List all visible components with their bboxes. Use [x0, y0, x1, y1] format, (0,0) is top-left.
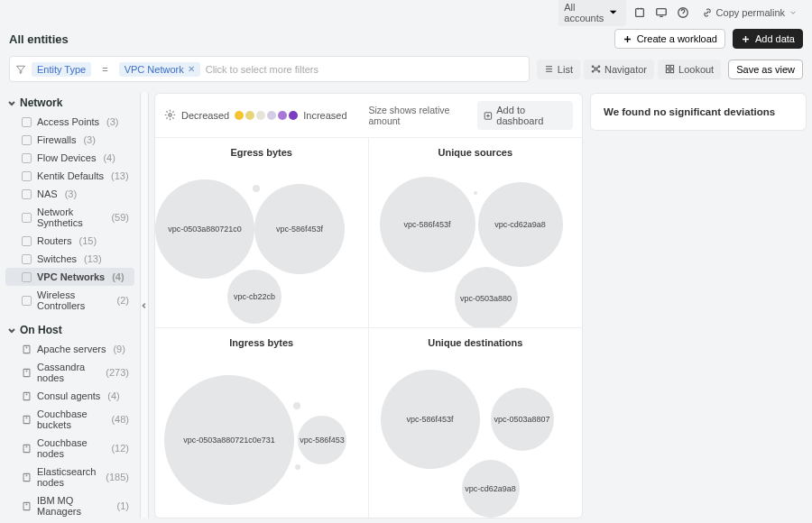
sidebar-item-firewalls[interactable]: Firewalls (3)	[5, 131, 134, 149]
checkbox-icon	[22, 171, 32, 181]
host-icon	[22, 444, 32, 454]
bubble[interactable]: vpc-0503a880	[455, 267, 518, 327]
sidebar-group-on-host[interactable]: On Host	[5, 320, 134, 340]
sidebar-collapse-handle[interactable]	[140, 93, 149, 518]
link-icon	[702, 7, 713, 18]
sidebar-item-network-synthetics[interactable]: Network Synthetics (59)	[5, 203, 134, 232]
sidebar-item-vpc-networks[interactable]: VPC Networks (4)	[5, 268, 134, 286]
svg-rect-9	[670, 65, 673, 68]
chart-title: Ingress bytes	[155, 328, 368, 352]
account-selector-label: All accounts	[564, 2, 604, 23]
remove-filter-icon[interactable]: ✕	[188, 64, 195, 74]
filter-chip-value[interactable]: VPC Network ✕	[119, 62, 200, 77]
svg-point-30	[169, 113, 171, 115]
save-view-button[interactable]: Save as view	[728, 60, 803, 79]
svg-point-19	[26, 417, 27, 418]
chart-cell: Unique sourcesvpc-586f453fvpc-cd62a9a8vp…	[369, 137, 583, 327]
host-icon	[22, 344, 32, 354]
svg-point-25	[26, 504, 27, 505]
chart-cell: Egress bytesvpc-0503a880721c0vpc-586f453…	[155, 137, 369, 327]
gear-icon[interactable]	[164, 109, 176, 123]
sidebar-item-routers[interactable]: Routers (15)	[5, 232, 134, 250]
bubble[interactable]	[295, 464, 300, 470]
legend-increased: Increased	[303, 110, 346, 121]
svg-rect-10	[666, 69, 669, 72]
account-selector[interactable]: All accounts	[558, 0, 625, 26]
plus-icon	[741, 34, 751, 44]
bubble[interactable]: vpc-0503a8807	[491, 388, 554, 451]
add-data-button[interactable]: Add data	[733, 29, 803, 49]
filter-bar[interactable]: Entity Type = VPC Network ✕ Click to sel…	[9, 56, 530, 82]
svg-point-4	[592, 66, 594, 68]
share-icon[interactable]	[632, 5, 648, 21]
host-icon	[22, 501, 32, 511]
filter-chip-eq: =	[97, 62, 113, 77]
sidebar: NetworkAccess Points (3)Firewalls (3)Flo…	[0, 89, 140, 522]
view-navigator-button[interactable]: Navigator	[584, 60, 654, 79]
help-icon[interactable]	[675, 5, 691, 21]
bubble[interactable]: vpc-586f453f	[254, 184, 345, 274]
view-lookout-button[interactable]: Lookout	[658, 60, 721, 79]
svg-rect-0	[635, 9, 643, 17]
svg-point-21	[26, 446, 27, 447]
add-data-label: Add data	[755, 33, 795, 44]
copy-permalink-label: Copy permalink	[716, 7, 785, 18]
deviations-message: We found no significant deviations	[604, 106, 775, 117]
page-title: All entities	[9, 32, 69, 46]
bubble[interactable]	[253, 185, 260, 192]
sidebar-item-access-points[interactable]: Access Points (3)	[5, 113, 134, 131]
deviations-card: We found no significant deviations	[590, 93, 807, 131]
sidebar-item-wireless-controllers[interactable]: Wireless Controllers (2)	[5, 286, 134, 315]
copy-permalink-button[interactable]: Copy permalink	[697, 5, 803, 21]
sidebar-group-network[interactable]: Network	[5, 93, 134, 113]
bubble[interactable]: vpc-586f453	[298, 416, 346, 464]
sidebar-item-cassandra-nodes[interactable]: Cassandra nodes (273)	[5, 358, 134, 387]
sidebar-item-couchbase-buckets[interactable]: Couchbase buckets (48)	[5, 405, 134, 434]
bubble[interactable]: vpc-cd62a9a8	[462, 460, 520, 518]
plus-square-icon	[484, 111, 493, 121]
view-list-button[interactable]: List	[537, 60, 580, 79]
checkbox-icon	[22, 189, 32, 199]
checkbox-icon	[22, 254, 32, 264]
sidebar-item-couchbase-nodes[interactable]: Couchbase nodes (12)	[5, 434, 134, 463]
bubble[interactable]: vpc-cb22cb	[227, 270, 281, 324]
bubble[interactable]	[474, 191, 477, 195]
sidebar-item-ibm-mq-queues[interactable]: IBM MQ Queues (488)	[5, 520, 134, 522]
chevron-down-icon	[606, 5, 620, 19]
chevron-down-icon	[7, 326, 16, 335]
checkbox-icon	[22, 272, 32, 282]
tv-icon[interactable]	[653, 5, 669, 21]
add-to-dashboard-button[interactable]: Add to dashboard	[477, 101, 573, 130]
checkbox-icon	[22, 236, 32, 246]
list-icon	[544, 64, 554, 74]
chart-title: Unique sources	[369, 138, 583, 161]
sidebar-item-flow-devices[interactable]: Flow Devices (4)	[5, 149, 134, 167]
svg-rect-1	[656, 9, 666, 15]
sidebar-item-nas[interactable]: NAS (3)	[5, 185, 134, 203]
bubble[interactable]: vpc-0503a880721c0e731	[164, 375, 294, 505]
svg-point-13	[26, 347, 27, 348]
create-workload-button[interactable]: Create a workload	[614, 29, 725, 49]
sidebar-item-kentik-defaults[interactable]: Kentik Defaults (13)	[5, 167, 134, 185]
bubble[interactable]: vpc-0503a880721c0	[155, 179, 254, 279]
checkbox-icon	[22, 296, 32, 306]
checkbox-icon	[22, 135, 32, 145]
sidebar-item-apache-servers[interactable]: Apache servers (9)	[5, 340, 134, 358]
sidebar-item-elasticsearch-nodes[interactable]: Elasticsearch nodes (185)	[5, 463, 134, 491]
plus-icon	[623, 34, 632, 44]
chevron-down-icon	[789, 8, 798, 17]
sidebar-item-ibm-mq-managers[interactable]: IBM MQ Managers (1)	[5, 491, 134, 520]
sidebar-item-switches[interactable]: Switches (13)	[5, 250, 134, 268]
sidebar-item-consul-agents[interactable]: Consul agents (4)	[5, 387, 134, 405]
bubble[interactable]	[293, 402, 300, 409]
host-icon	[22, 415, 32, 425]
bubble[interactable]: vpc-586f453f	[381, 370, 480, 469]
bubble[interactable]: vpc-586f453f	[380, 177, 475, 272]
checkbox-icon	[22, 213, 32, 223]
filter-chip-key[interactable]: Entity Type	[32, 62, 91, 77]
svg-point-5	[598, 66, 600, 68]
bubble[interactable]: vpc-cd62a9a8	[478, 182, 563, 267]
create-workload-label: Create a workload	[637, 33, 717, 44]
svg-point-17	[26, 394, 27, 395]
svg-point-7	[598, 70, 600, 72]
